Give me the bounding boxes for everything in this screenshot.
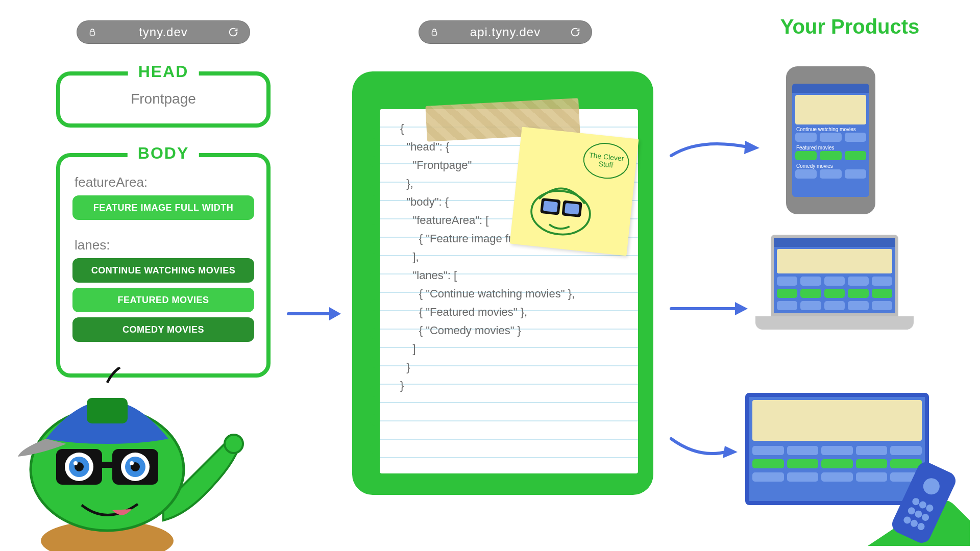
urlbar-left: tyny.dev (77, 20, 250, 44)
lock-icon (88, 28, 97, 37)
refresh-icon (228, 27, 239, 38)
phone-row2-label: Featured movies (796, 145, 834, 151)
arrow-1 (286, 301, 342, 329)
urlbar-left-text: tyny.dev (139, 25, 188, 39)
lane-item[interactable]: COMEDY MOVIES (72, 317, 254, 342)
urlbar-center: api.tyny.dev (419, 20, 592, 44)
svg-point-2 (529, 188, 592, 238)
svg-marker-23 (723, 446, 738, 458)
body-panel: BODY featureArea: FEATURE IMAGE FULL WID… (56, 153, 271, 378)
sticky-note: The Clever Stuff (510, 127, 639, 256)
phone-row1-label: Continue watching movies (796, 127, 856, 132)
head-panel: HEAD Frontpage (56, 71, 271, 128)
turtle-face-icon (520, 159, 604, 243)
remote-hand-icon (868, 459, 970, 546)
svg-point-37 (74, 461, 78, 465)
arrow-2-phone (669, 133, 761, 165)
refresh-icon (570, 27, 581, 38)
arrow-4-tv (669, 434, 740, 466)
arrow-3-laptop (669, 296, 750, 323)
body-panel-label: BODY (128, 144, 199, 163)
lane-item[interactable]: FEATURED MOVIES (72, 288, 254, 312)
svg-marker-20 (744, 141, 760, 154)
turtle-mascot (10, 367, 255, 551)
svg-rect-1 (432, 32, 437, 35)
phone-row3-label: Comedy movies (796, 163, 833, 169)
svg-marker-22 (735, 302, 748, 315)
svg-point-38 (130, 461, 134, 465)
svg-marker-19 (329, 307, 341, 320)
head-value: Frontpage (60, 91, 266, 107)
urlbar-center-text: api.tyny.dev (470, 25, 541, 39)
device-phone: Continue watching movies Featured movies… (786, 66, 875, 214)
svg-rect-30 (102, 462, 112, 468)
featurearea-label: featureArea: (75, 174, 254, 190)
featurearea-item[interactable]: FEATURE IMAGE FULL WIDTH (72, 195, 254, 220)
head-panel-label: HEAD (128, 62, 199, 81)
lanes-label: lanes: (75, 237, 254, 253)
svg-rect-5 (543, 201, 558, 212)
svg-point-25 (225, 435, 243, 453)
your-products-title: Your Products (755, 15, 944, 38)
api-tablet: { "head": { "Frontpage" }, "body": { "fe… (352, 71, 653, 495)
svg-rect-27 (87, 398, 128, 423)
device-laptop (755, 235, 914, 337)
lane-item[interactable]: CONTINUE WATCHING MOVIES (72, 258, 254, 283)
svg-rect-6 (565, 203, 579, 215)
svg-rect-0 (90, 32, 95, 35)
lock-icon (430, 28, 439, 37)
